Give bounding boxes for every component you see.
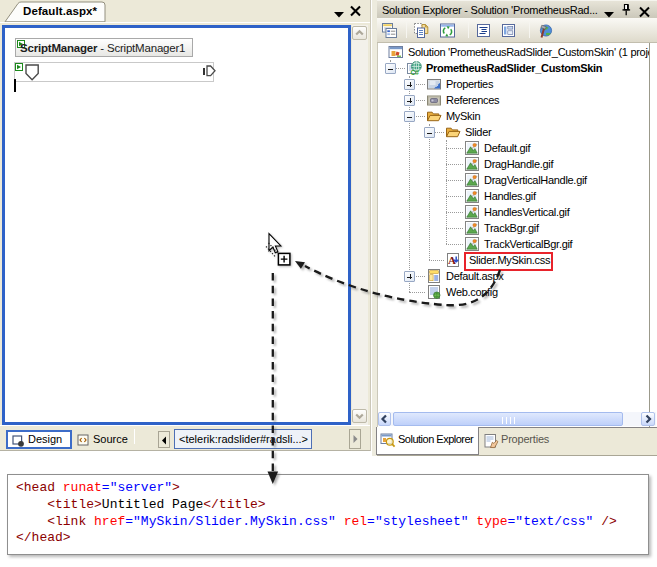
tree-connector	[446, 244, 463, 245]
refresh-icon[interactable]	[439, 22, 456, 39]
properties-icon[interactable]	[381, 22, 398, 39]
aspnet-configuration-icon[interactable]	[536, 22, 553, 39]
plus-stroke	[410, 82, 411, 87]
tree-item-properties[interactable]: Properties	[378, 76, 650, 92]
image-file-icon	[464, 172, 480, 188]
tree-item-default-aspx[interactable]: Default.aspx	[378, 268, 650, 284]
source-view-button[interactable]: Source	[73, 430, 133, 449]
tree-item-label: DragHandle.gif	[484, 158, 553, 170]
tree-connector	[446, 180, 463, 181]
code-token: runat	[63, 480, 102, 495]
text-caret	[14, 79, 16, 92]
tree-item-label: TrackBgr.gif	[484, 222, 539, 234]
slider-end-handle[interactable]	[206, 65, 216, 77]
tree-item-label: Solution 'PrometheusRadSlider_CustomSkin…	[408, 46, 650, 58]
tree-item-draghandle-gif[interactable]: DragHandle.gif	[378, 156, 650, 172]
code-line: </head>	[16, 530, 648, 547]
separator	[134, 429, 135, 444]
collapse-icon[interactable]	[424, 127, 435, 138]
scriptmanager-control[interactable]: ScriptManager - ScriptManager1	[15, 38, 193, 57]
tag-navigator-forward-button[interactable]	[349, 429, 361, 449]
tree-item-handles-gif[interactable]: Handles.gif	[378, 188, 650, 204]
code-token: >	[172, 480, 180, 495]
tree-item-label: DragVerticalHandle.gif	[484, 174, 587, 186]
collapse-icon[interactable]	[385, 63, 396, 74]
solution-icon	[388, 44, 404, 60]
design-view-button[interactable]: Design	[6, 430, 72, 449]
tree-item-handlesvertical-gif[interactable]: HandlesVertical.gif	[378, 204, 650, 220]
code-token: <link	[47, 514, 94, 529]
tag-navigator[interactable]: <telerik:radslider#radsli...>	[174, 429, 312, 449]
scroll-down-button[interactable]	[352, 409, 367, 423]
code-token	[336, 514, 344, 529]
folder-open-icon	[445, 124, 461, 140]
tree-connector	[409, 292, 425, 293]
separator	[406, 22, 407, 38]
tab-solution-explorer[interactable]: Solution Explorer	[376, 427, 479, 455]
slider-drag-handle[interactable]	[25, 64, 40, 81]
code-token: ="text/css"	[508, 514, 594, 529]
thumb-grip	[502, 417, 503, 424]
radslider-control[interactable]	[14, 62, 214, 82]
code-token: ="stylesheet"	[367, 514, 468, 529]
auto-hide-pin-icon[interactable]	[620, 3, 632, 19]
tree-item-solution-prometheusradslider-customskin-1-proje[interactable]: Solution 'PrometheusRadSlider_CustomSkin…	[378, 44, 650, 60]
tag-navigator-back-button[interactable]	[158, 431, 170, 448]
tree-item-label: TrackVerticalBgr.gif	[484, 238, 572, 250]
design-view-icon	[12, 435, 25, 447]
tree-item-prometheusradslider-customskin[interactable]: C#PrometheusRadSlider_CustomSkin	[378, 60, 650, 76]
expand-icon[interactable]	[404, 95, 415, 106]
code-token: ="server"	[102, 480, 172, 495]
tree-item-label: Properties	[446, 78, 493, 90]
folder-open-icon	[426, 108, 442, 124]
scroll-left-button[interactable]	[378, 412, 391, 426]
css-file-icon: A	[445, 252, 461, 268]
view-code-icon[interactable]	[475, 22, 492, 39]
thumb-grip	[514, 417, 515, 424]
slider-tick	[203, 68, 205, 75]
tree-item-default-gif[interactable]: Default.gif	[378, 140, 650, 156]
tree-item-label: Slider	[465, 126, 491, 138]
tree-connector	[446, 212, 463, 213]
tree-item-trackbgr-gif[interactable]: TrackBgr.gif	[378, 220, 650, 236]
tree-item-myskin[interactable]: MySkin	[378, 108, 650, 124]
scriptmanager-name: ScriptManager	[20, 42, 97, 54]
minus-stroke	[427, 133, 432, 134]
tab-properties[interactable]: Properties	[480, 428, 570, 455]
code-line: <head runat="server">	[16, 480, 648, 497]
code-token: rel	[344, 514, 367, 529]
expand-icon[interactable]	[404, 79, 415, 90]
tree-item-label: References	[446, 94, 499, 106]
code-line: <title>Untitled Page</title>	[16, 497, 648, 514]
tree-item-web-config[interactable]: Web.config	[378, 284, 650, 300]
chevron-down-icon[interactable]	[333, 8, 345, 20]
tree-item-references[interactable]: References	[378, 92, 650, 108]
view-designer-icon[interactable]	[500, 22, 517, 39]
tree-horizontal-scrollbar[interactable]	[378, 412, 656, 426]
code-line: <link href="MySkin/Slider.MySkin.css" re…	[16, 514, 648, 531]
separator	[529, 22, 530, 38]
tab-label: Properties	[501, 433, 549, 445]
tree-item-slider-myskin-css[interactable]: A Slider.MySkin.css	[378, 252, 650, 268]
source-view-label: Source	[93, 433, 128, 445]
webconfig-file-icon	[426, 284, 442, 300]
show-all-files-icon[interactable]	[413, 22, 430, 39]
tree-item-trackverticalbgr-gif[interactable]: TrackVerticalBgr.gif	[378, 236, 650, 252]
tab-default-aspx[interactable]: Default.aspx*	[3, 1, 107, 22]
design-surface[interactable]: ScriptManager - ScriptManager1	[2, 25, 351, 425]
scroll-thumb[interactable]	[393, 412, 623, 426]
tree-connector	[446, 164, 463, 165]
scroll-up-button[interactable]	[352, 26, 367, 40]
tree-item-dragverticalhandle-gif[interactable]: DragVerticalHandle.gif	[378, 172, 650, 188]
designer-vertical-scrollbar[interactable]	[352, 25, 368, 425]
scroll-right-button[interactable]	[641, 412, 655, 426]
tree-item-slider[interactable]: Slider	[378, 124, 650, 140]
solution-explorer-titlebar[interactable]: Solution Explorer - Solution 'Prometheus…	[377, 0, 657, 18]
tree-item-label: Default.gif	[484, 142, 530, 154]
expand-icon[interactable]	[404, 271, 415, 282]
code-token	[16, 514, 47, 529]
svg-text:C#: C#	[411, 69, 420, 76]
close-icon[interactable]	[349, 5, 362, 19]
tab-label: Default.aspx*	[23, 5, 97, 17]
collapse-icon[interactable]	[404, 111, 415, 122]
